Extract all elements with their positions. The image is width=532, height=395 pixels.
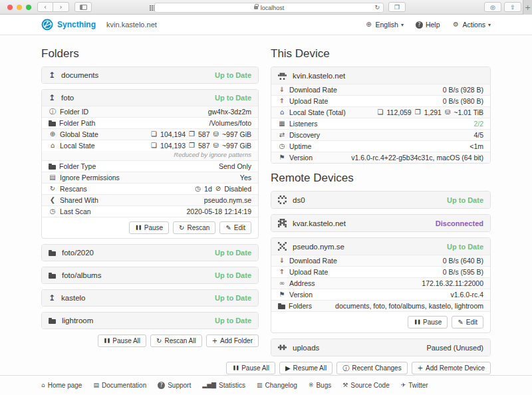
book-icon: ▤	[93, 382, 99, 388]
actions-menu[interactable]: ⚙ Actions ▾	[452, 21, 491, 29]
add-remote-device-button[interactable]: +Add Remote Device	[412, 362, 491, 374]
pause-all-button[interactable]: ❚❚Pause All	[98, 334, 146, 347]
chevron-down-icon: ▾	[401, 22, 404, 28]
footer-link-support[interactable]: ?Support	[158, 382, 191, 389]
clock-icon: ◷	[49, 208, 57, 215]
cloud-download-icon: ⇓	[278, 257, 286, 264]
folder-panel-fotoalbums: foto/albums Up to Date	[41, 267, 259, 284]
footer-link-home[interactable]: ⌂Home page	[41, 382, 82, 389]
upload-rate-row: ⇑Upload Rate 0 B/s (595 B)	[271, 266, 490, 277]
footer-link-bugs[interactable]: ※Bugs	[309, 382, 331, 389]
folder-panel-foto: ↥foto Up to Date ⓘFolder ID gw4hx-3dz2m …	[41, 89, 259, 239]
folder-path-value: /Volumes/foto	[209, 119, 251, 127]
device-toggle-kvar[interactable]: kvar.kastelo.net Disconnected	[271, 215, 490, 231]
folder-toggle-kastelo[interactable]: ↥kastelo Up to Date	[42, 290, 258, 306]
directory-icon: ❐	[189, 142, 195, 149]
refresh-icon: ↻	[179, 225, 184, 231]
folder-toggle-foto2020[interactable]: foto/2020 Up to Date	[42, 245, 258, 261]
device-panel-kvar: kvar.kastelo.net Disconnected	[271, 214, 491, 232]
device-panel-pseudo: pseudo.nym.se Up to Date ⇓Download Rate …	[271, 237, 491, 333]
folder-toggle-documents[interactable]: ↥documents Up to Date	[42, 67, 258, 83]
close-window-button[interactable]	[7, 5, 13, 10]
pause-icon: ❚❚	[135, 225, 142, 230]
pause-button[interactable]: ❚❚Pause	[408, 316, 448, 329]
brand[interactable]: Syncthing	[41, 19, 96, 31]
this-device-heading: This Device	[271, 47, 491, 61]
folders-heading: Folders	[41, 47, 259, 61]
folders-column: Folders ↥documents Up to Date ↥foto Up t…	[41, 39, 259, 384]
rescans-row: ↻Rescans ◷1d ⊘Disabled	[42, 183, 258, 194]
version-value: v1.6.0-rc.4+22-g5b34c31c, macOS (64 bit)	[351, 154, 483, 162]
reload-icon[interactable]: ↻	[374, 4, 380, 11]
add-folder-button[interactable]: +Add Folder	[206, 334, 259, 347]
info-icon: ⓘ	[342, 365, 349, 372]
devices-column: This Device kvin.kastelo.net ⇓Download R…	[271, 39, 491, 384]
address-bar[interactable]: localhost ↻	[154, 3, 384, 13]
pause-icon: ❚❚	[414, 320, 420, 325]
help-link[interactable]: ? Help	[416, 21, 440, 29]
sidebar-icon	[80, 5, 87, 10]
edit-button[interactable]: ✎Edit	[219, 221, 251, 234]
device-toggle-uploads[interactable]: uploads Paused (Unused)	[271, 339, 490, 356]
folder-icon	[49, 165, 56, 170]
directory-icon: ❐	[415, 109, 421, 116]
folder-toggle-fotoalbums[interactable]: foto/albums Up to Date	[42, 267, 258, 283]
footer-link-documentation[interactable]: ▤Documentation	[93, 382, 146, 389]
device-identicon	[278, 71, 287, 80]
device-toggle-pseudo[interactable]: pseudo.nym.se Up to Date	[271, 238, 490, 255]
rescan-button[interactable]: ↻Rescan	[173, 221, 215, 234]
cloud-upload-icon: ⇑	[278, 269, 286, 275]
recent-changes-button[interactable]: ⓘRecent Changes	[336, 362, 408, 374]
language-menu[interactable]: ⊕ English ▾	[364, 21, 403, 29]
info-icon: ⓘ	[49, 108, 57, 115]
minimize-window-button[interactable]	[17, 5, 22, 10]
new-tab-button[interactable]: +	[523, 0, 532, 15]
footer-link-twitter[interactable]: ✈Twitter	[401, 382, 428, 389]
last-scan-row: ◷Last Scan 2020-05-18 12:14:19	[42, 205, 258, 217]
device-toggle-ds0[interactable]: ds0 Up to Date	[271, 192, 490, 208]
folder-panel-documents: ↥documents Up to Date	[41, 66, 259, 84]
rescan-all-button[interactable]: ↻Rescan All	[150, 334, 202, 347]
local-state-total-row: ⌂Local State (Total) ❏112,059 ❐1,291 ⛁~1…	[271, 106, 490, 118]
language-label: English	[375, 21, 398, 29]
folder-toggle-lightroom[interactable]: lightroom Up to Date	[42, 313, 258, 329]
folder-icon	[49, 251, 56, 256]
wrench-icon: ⚒	[342, 382, 348, 388]
zoom-window-button[interactable]	[26, 5, 31, 10]
help-label: Help	[426, 21, 440, 29]
navbar-device-name: kvin.kastelo.net	[106, 21, 157, 29]
tabs-icon: ❐	[394, 4, 400, 11]
resume-all-button[interactable]: ▶Resume All	[279, 362, 332, 374]
window-controls	[7, 5, 31, 10]
pause-all-devices-button[interactable]: ❚❚Pause All	[226, 362, 275, 374]
file-text-icon: ▥	[257, 382, 263, 388]
forward-button[interactable]: ›	[53, 2, 69, 12]
folder-toggle-foto[interactable]: ↥foto Up to Date	[42, 90, 258, 106]
pause-icon: ❚❚	[104, 338, 110, 343]
device-name: kvin.kastelo.net	[293, 72, 345, 80]
exchange-icon: ⇄	[278, 132, 286, 138]
device-panel-ds0: ds0 Up to Date	[271, 191, 491, 209]
sidebar-toggle-button[interactable]	[74, 2, 92, 12]
home-icon: ⌂	[49, 142, 57, 149]
footer-link-source-code[interactable]: ⚒Source Code	[342, 382, 389, 389]
directory-icon: ❐	[189, 131, 195, 138]
device-identicon	[278, 343, 287, 352]
folder-panel-kastelo: ↥kastelo Up to Date	[41, 289, 259, 307]
back-button[interactable]: ‹	[37, 2, 53, 12]
this-device-toggle[interactable]: kvin.kastelo.net	[271, 67, 490, 84]
actions-label: Actions	[463, 21, 485, 29]
upload-rate-value: 0 B/s (595 B)	[443, 268, 483, 276]
tab-overview-button[interactable]: ❐	[388, 2, 406, 12]
footer-link-changelog[interactable]: ▥Changelog	[257, 382, 297, 389]
download-rate-row: ⇓Download Rate 0 B/s (640 B)	[271, 255, 490, 266]
device-name: kvar.kastelo.net	[293, 219, 346, 227]
footer-link-statistics[interactable]: ▂▅▇Statistics	[202, 382, 245, 389]
edit-button[interactable]: ✎Edit	[452, 316, 483, 329]
share-button[interactable]: ⇧	[504, 2, 521, 12]
gear-icon: ⚙	[452, 21, 460, 28]
device-identicon	[278, 219, 287, 227]
extension-button[interactable]: ◎	[484, 2, 501, 12]
clock-icon: ◷	[195, 186, 201, 192]
pause-button[interactable]: ❚❚Pause	[129, 221, 169, 234]
